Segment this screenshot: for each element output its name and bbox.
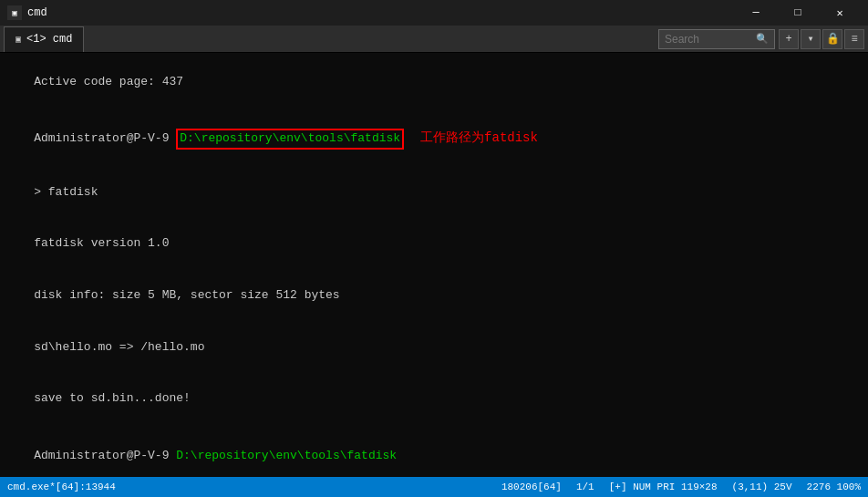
window-controls: ─ □ ✕ bbox=[735, 0, 861, 26]
terminal-line-1: Active code page: 437 bbox=[5, 57, 863, 109]
title-bar: ▣ cmd ─ □ ✕ bbox=[0, 0, 868, 26]
add-button[interactable]: + bbox=[779, 29, 799, 49]
prompt-user-1: Administrator@P-V-9 bbox=[34, 131, 176, 145]
tab-icon: ▣ bbox=[16, 34, 21, 45]
prompt-dir-box-1: D:\repository\env\tools\fatdisk bbox=[176, 129, 404, 150]
toolbar-icons: + ▾ 🔒 ≡ bbox=[779, 29, 864, 49]
annotation-text: 工作路径为fatdisk bbox=[420, 130, 538, 145]
status-encoding: 180206[64] bbox=[501, 481, 562, 492]
search-icon: 🔍 bbox=[756, 33, 769, 45]
line5-text: disk info: size 5 MB, sector size 512 by… bbox=[34, 288, 339, 302]
tab-cmd[interactable]: ▣ <1> cmd bbox=[4, 26, 84, 52]
app-icon: ▣ bbox=[7, 5, 22, 20]
lock-icon[interactable]: 🔒 bbox=[822, 29, 842, 49]
tab-bar: ▣ <1> cmd 🔍 + ▾ 🔒 ≡ bbox=[0, 26, 868, 53]
prompt-dir-1: D:\repository\env\tools\fatdisk bbox=[180, 131, 400, 145]
line7-text: save to sd.bin...done! bbox=[34, 391, 191, 405]
line4-text: fatdisk version 1.0 bbox=[34, 236, 169, 250]
search-input[interactable] bbox=[665, 33, 756, 46]
menu-button[interactable]: ≡ bbox=[844, 29, 864, 49]
terminal-line-7: save to sd.bin...done! bbox=[5, 373, 863, 425]
line6-text: sd\hello.mo => /hello.mo bbox=[34, 340, 204, 354]
close-button[interactable]: ✕ bbox=[819, 0, 861, 26]
terminal-content: Active code page: 437 Administrator@P-V-… bbox=[0, 53, 868, 477]
status-process: cmd.exe*[64]:13944 bbox=[7, 481, 116, 492]
terminal-line-2: Administrator@P-V-9 D:\repository\env\to… bbox=[5, 112, 863, 168]
status-right: 180206[64] 1/1 [+] NUM PRI 119×28 (3,11)… bbox=[501, 481, 861, 492]
status-coords: (3,11) 25V bbox=[732, 481, 792, 492]
status-extra: [+] NUM PRI 119×28 bbox=[609, 481, 718, 492]
terminal-line-5: disk info: size 5 MB, sector size 512 by… bbox=[5, 270, 863, 322]
terminal-line-9: Administrator@P-V-9 D:\repository\env\to… bbox=[5, 430, 863, 477]
prompt-user-2: Administrator@P-V-9 bbox=[34, 449, 176, 462]
dropdown-button[interactable]: ▾ bbox=[801, 29, 821, 49]
search-box[interactable]: 🔍 bbox=[658, 29, 775, 49]
tab-label: <1> cmd bbox=[26, 33, 72, 46]
status-position: 1/1 bbox=[576, 481, 594, 492]
window-title: cmd bbox=[27, 6, 735, 19]
terminal-line-3: > fatdisk bbox=[5, 167, 863, 219]
status-zoom: 2276 100% bbox=[807, 481, 861, 492]
prompt-dir-2: D:\repository\env\tools\fatdisk bbox=[176, 449, 397, 462]
status-bar: cmd.exe*[64]:13944 180206[64] 1/1 [+] NU… bbox=[0, 477, 868, 497]
terminal-line-6: sd\hello.mo => /hello.mo bbox=[5, 322, 863, 374]
minimize-button[interactable]: ─ bbox=[735, 0, 777, 26]
line1-text: Active code page: 437 bbox=[34, 75, 183, 88]
line3-text: > fatdisk bbox=[34, 185, 98, 199]
terminal-line-4: fatdisk version 1.0 bbox=[5, 219, 863, 271]
maximize-button[interactable]: □ bbox=[777, 0, 819, 26]
